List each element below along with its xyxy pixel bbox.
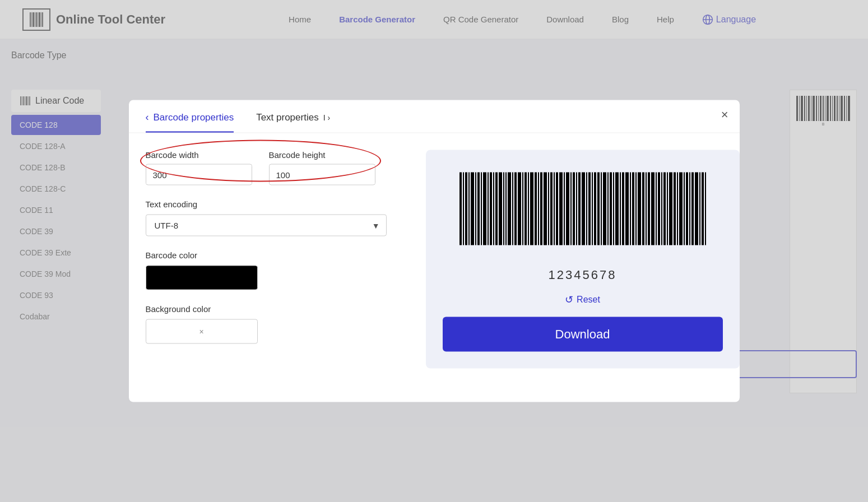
svg-rect-103: [677, 173, 678, 245]
barcode-width-group: Barcode width ▲ ▼: [146, 150, 252, 185]
svg-rect-60: [540, 173, 542, 245]
barcode-height-group: Barcode height ▲ ▼: [269, 150, 375, 185]
svg-rect-79: [601, 173, 602, 245]
svg-rect-92: [642, 173, 644, 245]
svg-rect-75: [588, 173, 591, 245]
svg-rect-96: [656, 173, 657, 245]
barcode-width-label: Barcode width: [146, 150, 252, 160]
svg-rect-95: [651, 173, 655, 245]
svg-rect-93: [646, 173, 647, 245]
cursor-icon: I ›: [323, 113, 330, 122]
encoding-select-wrapper: UTF-8 ASCII ISO-8859-1 ▼: [146, 215, 387, 236]
svg-rect-73: [582, 173, 585, 245]
barcode-color-swatch[interactable]: [146, 266, 258, 290]
svg-rect-53: [518, 173, 521, 245]
svg-rect-105: [684, 173, 685, 245]
svg-rect-49: [505, 173, 507, 245]
close-button[interactable]: ×: [721, 109, 728, 121]
svg-rect-100: [667, 173, 668, 245]
svg-rect-88: [630, 173, 631, 245]
svg-rect-101: [669, 173, 672, 245]
svg-rect-45: [493, 173, 494, 245]
barcode-width-input-wrapper: ▲ ▼: [146, 164, 252, 185]
clear-color-icon[interactable]: ×: [199, 327, 203, 336]
svg-rect-94: [648, 173, 650, 245]
svg-rect-36: [465, 173, 467, 245]
right-panel: 12345678 ↺ Reset Download: [426, 150, 740, 369]
svg-rect-108: [691, 173, 694, 245]
svg-rect-44: [490, 173, 492, 245]
svg-rect-59: [538, 173, 539, 245]
svg-rect-85: [620, 173, 621, 245]
svg-rect-98: [661, 173, 662, 245]
svg-rect-50: [508, 173, 511, 245]
svg-rect-47: [499, 173, 502, 245]
svg-rect-42: [483, 173, 486, 245]
barcode-height-label: Barcode height: [269, 150, 375, 160]
svg-rect-65: [556, 173, 558, 245]
svg-rect-72: [578, 173, 581, 245]
svg-rect-38: [471, 173, 474, 245]
svg-rect-80: [603, 173, 606, 245]
svg-rect-69: [570, 173, 572, 245]
barcode-preview: 12345678: [454, 167, 712, 282]
svg-rect-68: [566, 173, 569, 245]
svg-rect-71: [576, 173, 577, 245]
modal: ‹ Barcode properties Text properties I ›…: [129, 100, 740, 402]
left-panel: Barcode width ▲ ▼ Barcode height: [146, 150, 403, 369]
svg-rect-111: [702, 173, 704, 245]
background-color-label: Background color: [146, 304, 403, 314]
svg-rect-99: [663, 173, 666, 245]
barcode-width-input[interactable]: [146, 165, 252, 184]
tab-text-properties[interactable]: Text properties I ›: [256, 111, 330, 132]
chevron-left-icon: ‹: [146, 111, 149, 123]
text-encoding-label: Text encoding: [146, 199, 403, 209]
modal-body: Barcode width ▲ ▼ Barcode height: [129, 133, 740, 385]
svg-rect-61: [544, 173, 547, 245]
dimensions-row: Barcode width ▲ ▼ Barcode height: [146, 150, 403, 185]
svg-rect-76: [592, 173, 593, 245]
tab-barcode-properties-label: Barcode properties: [154, 111, 234, 123]
background-color-section: Background color ×: [146, 304, 403, 344]
background-color-swatch[interactable]: ×: [146, 319, 258, 344]
svg-rect-67: [564, 173, 565, 245]
svg-rect-43: [488, 173, 489, 245]
svg-rect-86: [622, 173, 624, 245]
svg-rect-34: [459, 173, 462, 245]
download-button[interactable]: Download: [443, 317, 723, 352]
svg-rect-35: [463, 173, 464, 245]
svg-rect-52: [514, 173, 517, 245]
svg-rect-39: [475, 173, 476, 245]
svg-rect-106: [686, 173, 688, 245]
svg-rect-58: [535, 173, 537, 245]
svg-rect-74: [586, 173, 587, 245]
barcode-height-input[interactable]: [270, 165, 375, 184]
svg-rect-84: [615, 173, 619, 245]
encoding-section: Text encoding UTF-8 ASCII ISO-8859-1 ▼: [146, 199, 403, 236]
svg-rect-51: [512, 173, 513, 245]
barcode-color-label: Barcode color: [146, 250, 403, 260]
svg-rect-104: [679, 173, 683, 245]
svg-rect-89: [632, 173, 634, 245]
svg-rect-87: [625, 173, 629, 245]
svg-rect-66: [559, 173, 563, 245]
svg-rect-81: [607, 173, 609, 245]
encoding-select[interactable]: UTF-8 ASCII ISO-8859-1: [146, 215, 387, 236]
svg-rect-56: [528, 173, 529, 245]
barcode-height-input-wrapper: ▲ ▼: [269, 164, 375, 185]
svg-rect-70: [573, 173, 575, 245]
reset-label: Reset: [577, 295, 600, 305]
tab-text-properties-label: Text properties: [256, 111, 319, 123]
svg-rect-46: [495, 173, 498, 245]
svg-rect-102: [674, 173, 676, 245]
svg-rect-77: [594, 173, 596, 245]
svg-rect-107: [689, 173, 690, 245]
svg-rect-110: [699, 173, 700, 245]
barcode-number: 12345678: [549, 268, 617, 282]
modal-tabs: ‹ Barcode properties Text properties I ›: [146, 111, 331, 133]
svg-rect-57: [530, 173, 533, 245]
tab-barcode-properties[interactable]: ‹ Barcode properties: [146, 111, 234, 133]
svg-rect-112: [705, 173, 706, 245]
svg-rect-64: [554, 173, 555, 245]
reset-button[interactable]: ↺ Reset: [565, 294, 600, 306]
